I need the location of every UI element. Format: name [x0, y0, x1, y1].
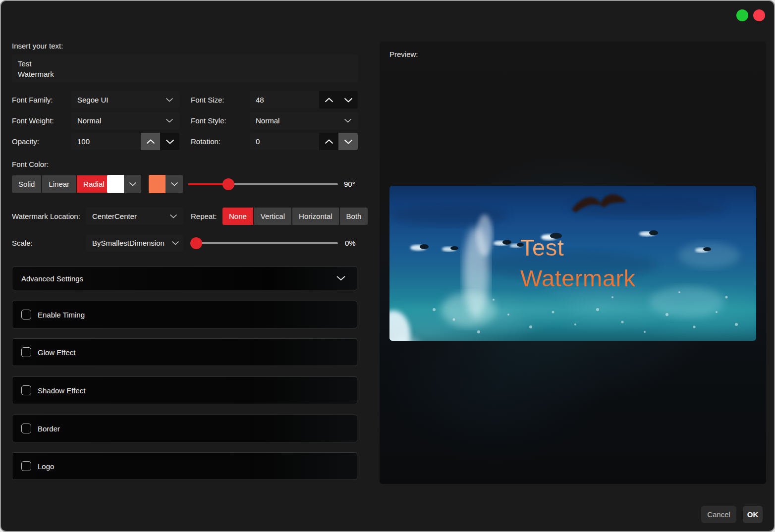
chevron-down-icon: [166, 139, 174, 144]
rotation-label: Rotation:: [191, 137, 221, 146]
chevron-down-icon: [336, 274, 346, 283]
opacity-decrement-button[interactable]: [160, 133, 179, 150]
font-weight-value: Normal: [77, 116, 101, 125]
scale-slider[interactable]: [190, 234, 338, 252]
gradient-angle-value: 90°: [344, 180, 355, 188]
window-maximize-dot[interactable]: [736, 9, 748, 21]
font-weight-label: Font Weight:: [12, 116, 54, 125]
enable-timing-label: Enable Timing: [38, 311, 85, 319]
secondary-color-picker[interactable]: [149, 175, 183, 193]
repeat-label: Repeat:: [191, 212, 217, 220]
gradient-angle-slider[interactable]: [188, 175, 338, 193]
opacity-increment-button[interactable]: [141, 133, 160, 150]
chevron-down-icon: [166, 175, 183, 193]
scale-percent-value: 0%: [345, 239, 356, 247]
chevron-down-icon: [166, 98, 173, 102]
gradient-mode-solid-button[interactable]: Solid: [12, 175, 41, 193]
repeat-group: None Vertical Horizontal Both: [222, 208, 368, 225]
font-family-dropdown[interactable]: Segoe UI: [71, 91, 179, 108]
watermark-location-label: Watermark Location:: [12, 212, 80, 220]
enable-timing-checkbox[interactable]: [21, 310, 31, 319]
watermark-line-1: Test: [520, 232, 636, 263]
insert-text-label: Insert your text:: [12, 42, 63, 50]
ok-button[interactable]: OK: [743, 506, 763, 523]
border-panel[interactable]: Border: [12, 415, 357, 442]
font-style-label: Font Style:: [191, 116, 226, 125]
repeat-horizontal-button[interactable]: Horizontal: [292, 208, 339, 225]
advanced-settings-expander[interactable]: Advanced Settings: [12, 266, 357, 290]
shadow-effect-label: Shadow Effect: [38, 386, 85, 395]
glow-effect-label: Glow Effect: [38, 348, 75, 357]
video-preview: Test Watermark: [389, 186, 756, 341]
chevron-up-icon: [325, 139, 333, 144]
gradient-angle-slider-handle[interactable]: [222, 178, 234, 190]
logo-checkbox[interactable]: [21, 461, 31, 471]
chevron-down-icon: [124, 175, 141, 193]
chevron-down-icon: [344, 98, 353, 103]
border-checkbox[interactable]: [21, 424, 31, 433]
scale-label: Scale:: [12, 239, 33, 247]
border-label: Border: [38, 425, 60, 433]
shadow-effect-checkbox[interactable]: [21, 385, 31, 395]
cancel-button[interactable]: Cancel: [701, 506, 736, 523]
watermark-line-2: Watermark: [520, 263, 636, 294]
chevron-down-icon: [344, 118, 352, 123]
logo-panel[interactable]: Logo: [12, 452, 357, 480]
font-color-label: Font Color:: [12, 160, 49, 168]
font-size-label: Font Size:: [191, 96, 224, 104]
rotation-spinner: 0: [250, 133, 358, 150]
logo-label: Logo: [38, 462, 54, 471]
advanced-settings-label: Advanced Settings: [21, 274, 83, 283]
glow-effect-checkbox[interactable]: [21, 347, 31, 357]
font-size-increment-button[interactable]: [319, 91, 338, 108]
preview-panel: Preview:: [380, 42, 766, 484]
orange-color-swatch: [149, 175, 166, 193]
chevron-down-icon: [171, 241, 179, 245]
gradient-mode-group: Solid Linear Radial: [12, 175, 111, 193]
chevron-up-icon: [325, 98, 333, 103]
font-family-label: Font Family:: [12, 96, 53, 104]
opacity-spinner: 100: [71, 133, 179, 150]
opacity-label: Opacity:: [12, 137, 39, 146]
rotation-increment-button[interactable]: [319, 133, 338, 150]
preview-label: Preview:: [389, 50, 418, 58]
font-weight-dropdown[interactable]: Normal: [71, 112, 179, 129]
primary-color-picker[interactable]: [107, 175, 141, 193]
scale-slider-handle[interactable]: [190, 237, 202, 249]
font-size-decrement-button[interactable]: [338, 91, 358, 108]
enable-timing-panel[interactable]: Enable Timing: [12, 301, 357, 328]
font-size-value[interactable]: 48: [250, 91, 319, 108]
chevron-down-icon: [344, 139, 353, 144]
watermark-dialog: Insert your text: Test Watermark Font Fa…: [0, 0, 775, 532]
gradient-mode-radial-button[interactable]: Radial: [77, 175, 111, 193]
repeat-both-button[interactable]: Both: [340, 208, 368, 225]
white-color-swatch: [107, 175, 124, 193]
gradient-mode-linear-button[interactable]: Linear: [42, 175, 76, 193]
chevron-up-icon: [146, 139, 155, 144]
scale-mode-dropdown[interactable]: BySmallestDimension: [86, 234, 183, 252]
watermark-location-value: CenterCenter: [92, 212, 137, 220]
font-family-value: Segoe UI: [77, 96, 109, 104]
watermark-text-input[interactable]: Test Watermark: [12, 54, 358, 83]
font-style-dropdown[interactable]: Normal: [250, 112, 358, 129]
font-size-spinner: 48: [250, 91, 358, 108]
shadow-effect-panel[interactable]: Shadow Effect: [12, 376, 357, 404]
glow-effect-panel[interactable]: Glow Effect: [12, 338, 357, 366]
chevron-down-icon: [166, 118, 173, 123]
chevron-down-icon: [169, 214, 177, 218]
scale-mode-value: BySmallestDimension: [92, 239, 165, 247]
watermark-overlay-text: Test Watermark: [520, 232, 636, 294]
window-close-dot[interactable]: [753, 9, 765, 21]
watermark-location-dropdown[interactable]: CenterCenter: [86, 208, 183, 225]
font-style-value: Normal: [256, 116, 279, 125]
repeat-vertical-button[interactable]: Vertical: [254, 208, 291, 225]
repeat-none-button[interactable]: None: [222, 208, 253, 225]
rotation-value[interactable]: 0: [250, 133, 319, 150]
rotation-decrement-button[interactable]: [338, 133, 358, 150]
opacity-value[interactable]: 100: [71, 133, 141, 150]
